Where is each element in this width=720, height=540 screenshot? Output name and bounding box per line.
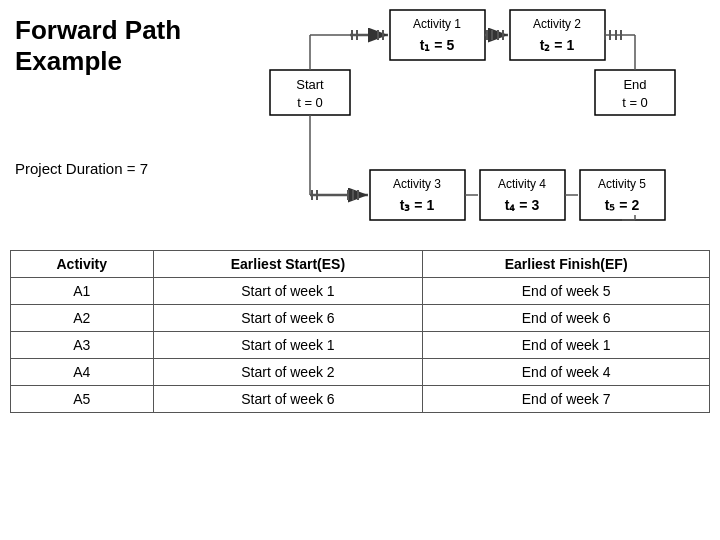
svg-text:t₂ = 1: t₂ = 1 [540,37,575,53]
table-cell-activity: A5 [11,386,154,413]
col-es: Earliest Start(ES) [153,251,423,278]
main-container: Forward Path Example Project Duration = … [0,0,720,540]
svg-text:Activity 1: Activity 1 [413,17,461,31]
table-cell-ef: End of week 4 [423,359,710,386]
table-row: A4Start of week 2End of week 4 [11,359,710,386]
diagram-svg: Start t = 0 End t = 0 Activity 1 t₁ = 5 … [0,0,720,240]
svg-text:t = 0: t = 0 [297,95,323,110]
col-activity: Activity [11,251,154,278]
data-table: Activity Earliest Start(ES) Earliest Fin… [10,250,710,413]
svg-text:t₅ = 2: t₅ = 2 [605,197,640,213]
table-cell-activity: A3 [11,332,154,359]
svg-text:t = 0: t = 0 [622,95,648,110]
svg-text:t₄ = 3: t₄ = 3 [505,197,540,213]
svg-text:Activity 5: Activity 5 [598,177,646,191]
svg-text:Activity 2: Activity 2 [533,17,581,31]
table-row: A2Start of week 6End of week 6 [11,305,710,332]
svg-text:Start: Start [296,77,324,92]
table-cell-es: Start of week 2 [153,359,423,386]
table-cell-es: Start of week 6 [153,305,423,332]
table-cell-es: Start of week 1 [153,332,423,359]
svg-text:t₃ = 1: t₃ = 1 [400,197,435,213]
table-area: Activity Earliest Start(ES) Earliest Fin… [10,250,710,413]
svg-text:End: End [623,77,646,92]
table-cell-activity: A2 [11,305,154,332]
table-cell-ef: End of week 6 [423,305,710,332]
col-ef: Earliest Finish(EF) [423,251,710,278]
svg-text:Activity 4: Activity 4 [498,177,546,191]
svg-text:t₁ = 5: t₁ = 5 [420,37,455,53]
svg-text:Activity 3: Activity 3 [393,177,441,191]
table-cell-ef: End of week 5 [423,278,710,305]
table-row: A5Start of week 6End of week 7 [11,386,710,413]
table-cell-ef: End of week 7 [423,386,710,413]
table-cell-es: Start of week 1 [153,278,423,305]
table-cell-activity: A1 [11,278,154,305]
table-cell-ef: End of week 1 [423,332,710,359]
table-cell-es: Start of week 6 [153,386,423,413]
table-row: A3Start of week 1End of week 1 [11,332,710,359]
table-cell-activity: A4 [11,359,154,386]
table-row: A1Start of week 1End of week 5 [11,278,710,305]
